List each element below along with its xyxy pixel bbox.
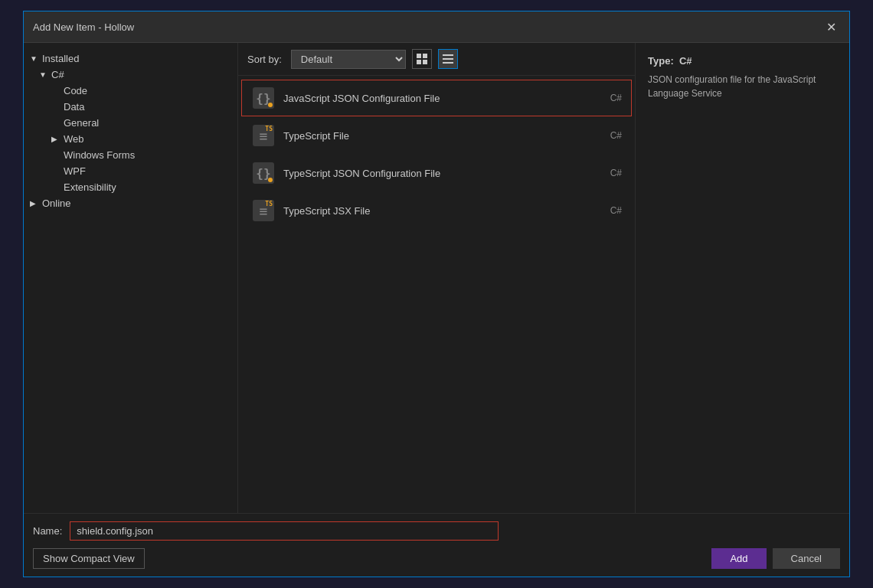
type-label: Type: C# [648, 55, 837, 67]
name-input[interactable] [70, 521, 499, 541]
sidebar-item-web[interactable]: ▶Web [24, 131, 237, 147]
sidebar-label-windows-forms: Windows Forms [64, 149, 135, 161]
sidebar-item-code[interactable]: Code [24, 83, 237, 99]
sidebar-item-installed[interactable]: ▼Installed [24, 51, 237, 67]
sidebar-item-csharp[interactable]: ▼C# [24, 67, 237, 83]
svg-rect-5 [443, 58, 453, 60]
arrow-icon-online: ▶ [30, 199, 39, 207]
typescript-file-icon: ≡ TS [253, 125, 274, 146]
bottom-area: Name: Show Compact View Add Cancel [24, 513, 849, 577]
item-icon-typescript-file: ≡ TS [251, 123, 276, 148]
cancel-button[interactable]: Cancel [773, 548, 840, 569]
sort-select[interactable]: DefaultNameTypeLast Modified [291, 50, 406, 69]
sidebar-item-online[interactable]: ▶Online [24, 195, 237, 211]
sidebar-item-windows-forms[interactable]: Windows Forms [24, 147, 237, 163]
json-file-icon: {} [253, 162, 274, 184]
arrow-icon-web: ▶ [51, 135, 60, 143]
arrow-icon-installed: ▼ [30, 54, 39, 63]
add-button[interactable]: Add [711, 548, 766, 569]
list-item[interactable]: {} TypeScript JSON Configuration FileC# [241, 155, 632, 191]
toolbar: Sort by: DefaultNameTypeLast Modified [238, 43, 635, 76]
svg-rect-6 [443, 62, 453, 64]
sidebar: ▼Installed▼C#CodeDataGeneral▶WebWindows … [24, 43, 238, 513]
main-content: Sort by: DefaultNameTypeLast Modified [238, 43, 635, 513]
action-buttons: Add Cancel [711, 548, 840, 569]
json-file-icon: {} [253, 87, 274, 109]
sidebar-label-data: Data [64, 101, 84, 113]
list-icon [443, 54, 453, 64]
name-row: Name: [33, 521, 840, 541]
svg-rect-1 [423, 54, 427, 58]
dialog-title: Add New Item - Hollow [33, 21, 134, 33]
name-label: Name: [33, 525, 62, 537]
sidebar-label-general: General [64, 117, 99, 129]
sidebar-label-web: Web [64, 133, 84, 145]
sidebar-label-installed: Installed [42, 53, 79, 64]
arrow-icon-csharp: ▼ [39, 70, 48, 79]
sidebar-label-online: Online [42, 198, 71, 209]
close-button[interactable]: ✕ [822, 18, 840, 36]
sidebar-label-extensibility: Extensibility [64, 181, 116, 193]
item-icon-js-json-config: {} [251, 86, 276, 110]
add-new-item-dialog: Add New Item - Hollow ✕ ▼Installed▼C#Cod… [23, 11, 850, 577]
sidebar-label-code: Code [64, 85, 87, 96]
svg-rect-3 [423, 60, 427, 64]
item-icon-ts-jsx-file: ≡ TS [251, 198, 276, 223]
list-item[interactable]: {} JavaScript JSON Configuration FileC# [241, 80, 632, 116]
item-lang-label: C# [599, 205, 622, 216]
sort-label: Sort by: [247, 54, 282, 65]
list-item[interactable]: ≡ TS TypeScript FileC# [241, 117, 632, 154]
list-view-button[interactable] [438, 49, 458, 69]
content-area: ▼Installed▼C#CodeDataGeneral▶WebWindows … [24, 43, 849, 513]
sidebar-item-general[interactable]: General [24, 115, 237, 131]
type-value: C# [679, 55, 692, 67]
item-name-label: TypeScript JSX File [283, 205, 591, 217]
grid-icon [417, 54, 427, 64]
compact-view-button[interactable]: Show Compact View [33, 548, 145, 569]
sidebar-item-extensibility[interactable]: Extensibility [24, 179, 237, 195]
title-bar: Add New Item - Hollow ✕ [24, 11, 849, 43]
typescript-file-icon: ≡ TS [253, 200, 274, 221]
buttons-row: Show Compact View Add Cancel [33, 548, 840, 569]
grid-view-button[interactable] [412, 49, 432, 69]
sidebar-label-csharp: C# [51, 69, 64, 80]
svg-rect-2 [417, 60, 421, 64]
item-name-label: TypeScript File [283, 130, 591, 142]
sidebar-label-wpf: WPF [64, 165, 86, 177]
items-list: {} JavaScript JSON Configuration FileC# … [238, 76, 635, 513]
item-name-label: JavaScript JSON Configuration File [283, 93, 591, 104]
sidebar-item-wpf[interactable]: WPF [24, 163, 237, 179]
type-description: JSON configuration file for the JavaScri… [648, 73, 837, 100]
svg-rect-0 [417, 54, 421, 58]
sidebar-item-data[interactable]: Data [24, 99, 237, 115]
item-lang-label: C# [599, 93, 622, 103]
svg-rect-4 [443, 54, 453, 56]
item-lang-label: C# [599, 168, 622, 178]
item-icon-ts-json-config: {} [251, 161, 276, 185]
list-item[interactable]: ≡ TS TypeScript JSX FileC# [241, 192, 632, 229]
item-lang-label: C# [599, 130, 622, 141]
item-name-label: TypeScript JSON Configuration File [283, 168, 591, 179]
right-panel: Type: C# JSON configuration file for the… [635, 43, 849, 513]
